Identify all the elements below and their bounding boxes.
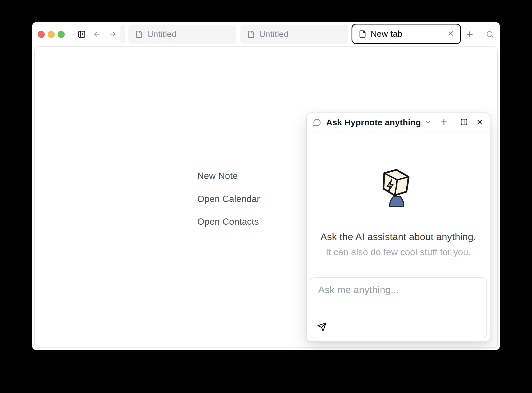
file-icon (135, 30, 143, 38)
new-chat-button[interactable] (439, 117, 448, 127)
conversation-dropdown-button[interactable] (425, 118, 432, 126)
assistant-panel-body: Ask the AI assistant about anything. It … (307, 132, 490, 277)
back-button[interactable] (91, 22, 103, 46)
file-icon (247, 30, 255, 38)
sidebar-toggle-button[interactable] (76, 22, 87, 46)
send-message-button[interactable] (316, 321, 328, 334)
plus-icon (465, 30, 474, 39)
assistant-input[interactable] (310, 278, 486, 318)
tab-untitled-2[interactable]: Untitled (240, 25, 348, 44)
paper-plane-icon (317, 322, 327, 333)
plus-icon (439, 117, 448, 127)
open-contacts-link[interactable]: Open Contacts (197, 216, 259, 227)
file-icon (359, 30, 366, 38)
x-icon (447, 30, 454, 38)
tab-strip-divider (120, 25, 125, 44)
tab-label: Untitled (147, 29, 176, 39)
dock-to-side-button[interactable] (460, 118, 468, 127)
new-note-link[interactable]: New Note (197, 171, 238, 181)
app-window: Untitled Untitled New tab (32, 22, 500, 350)
main-content-area: New Note Open Calendar Open Contacts Ask… (34, 46, 498, 348)
assistant-input-box (310, 277, 487, 338)
open-calendar-link[interactable]: Open Calendar (197, 194, 260, 204)
tab-label: Untitled (259, 29, 289, 39)
arrow-left-icon (93, 30, 101, 38)
panel-left-open-icon (78, 30, 86, 38)
chevron-down-icon (425, 118, 432, 126)
assistant-panel-header: Ask Hyprnote anything (307, 113, 490, 132)
assistant-headline: Ask the AI assistant about anything. (320, 231, 476, 242)
tab-new-tab-active[interactable]: New tab (352, 24, 461, 44)
search-icon (486, 30, 494, 39)
forward-button[interactable] (107, 22, 119, 46)
window-controls (38, 22, 65, 46)
new-tab-button[interactable] (464, 22, 475, 46)
x-icon (476, 118, 484, 127)
minimize-window-button[interactable] (48, 31, 55, 38)
search-button[interactable] (484, 22, 496, 46)
zoom-window-button[interactable] (58, 31, 65, 38)
close-tab-button[interactable] (446, 29, 456, 39)
close-panel-button[interactable] (476, 118, 484, 127)
assistant-subtext: It can also do few cool stuff for you. (326, 247, 471, 257)
message-bubble-icon (313, 118, 321, 127)
tab-label: New tab (371, 29, 402, 39)
desktop-background: { "titlebar": { "traffic_lights": ["clos… (0, 0, 532, 393)
cube-robot-mascot-illustration (376, 166, 421, 210)
tab-untitled-1[interactable]: Untitled (128, 25, 236, 44)
close-window-button[interactable] (38, 31, 45, 38)
titlebar: Untitled Untitled New tab (32, 22, 500, 46)
assistant-panel-title: Ask Hyprnote anything (326, 118, 421, 127)
ai-assistant-panel: Ask Hyprnote anything (306, 112, 490, 342)
panel-right-icon (460, 118, 468, 127)
arrow-right-icon (109, 30, 117, 38)
